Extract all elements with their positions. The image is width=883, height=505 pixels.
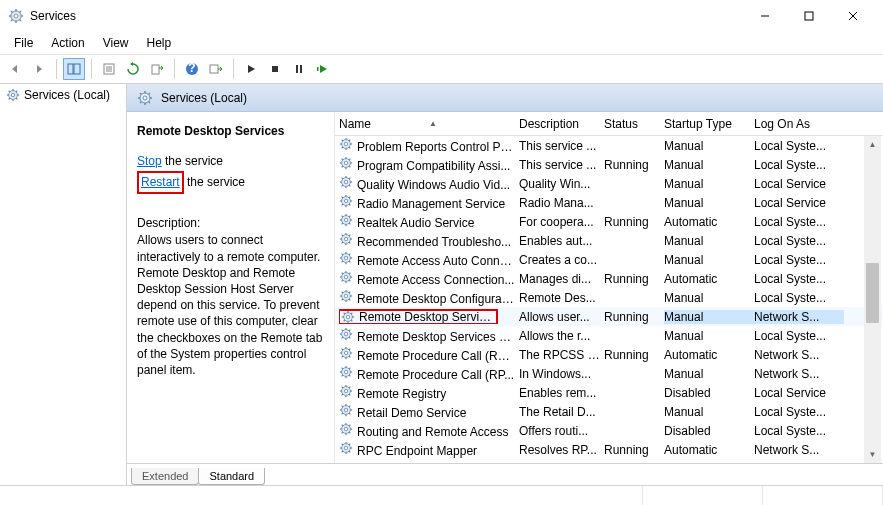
service-row[interactable]: Remote Access Connection...Manages di...… <box>335 269 883 288</box>
service-row[interactable]: Quality Windows Audio Vid...Quality Win.… <box>335 174 883 193</box>
service-name: Radio Management Service <box>357 197 515 211</box>
service-row[interactable]: Problem Reports Control Pa...This servic… <box>335 136 883 155</box>
scroll-down-button[interactable]: ▼ <box>864 446 881 463</box>
service-name: Remote Desktop Configurat... <box>357 292 515 306</box>
service-row[interactable]: Remote RegistryEnables rem...DisabledLoc… <box>335 383 883 402</box>
service-row[interactable]: RPC Endpoint MapperResolves RP...Running… <box>335 440 883 459</box>
pause-service-button[interactable] <box>288 58 310 80</box>
gear-icon <box>339 156 353 170</box>
toolbar: ? <box>0 54 883 84</box>
service-startup: Manual <box>664 158 754 172</box>
service-startup: Manual <box>664 253 754 267</box>
column-name[interactable]: Name ▲ <box>339 117 519 131</box>
stop-service-button[interactable] <box>264 58 286 80</box>
column-description[interactable]: Description <box>519 117 604 131</box>
service-logon: Local Syste... <box>754 234 844 248</box>
service-name: Retail Demo Service <box>357 406 515 420</box>
column-startup[interactable]: Startup Type <box>664 117 754 131</box>
service-startup: Manual <box>664 139 754 153</box>
service-logon: Local Syste... <box>754 272 844 286</box>
scroll-track[interactable] <box>864 153 881 446</box>
service-row[interactable]: Recommended Troublesho...Enables aut...M… <box>335 231 883 250</box>
gear-icon <box>341 310 355 324</box>
service-row[interactable]: Remote Procedure Call (RPC)The RPCSS s..… <box>335 345 883 364</box>
tab-standard[interactable]: Standard <box>198 468 265 485</box>
menu-action[interactable]: Action <box>43 34 92 52</box>
service-startup: Manual <box>664 329 754 343</box>
restart-service-button[interactable] <box>312 58 334 80</box>
show-hide-tree-button[interactable] <box>63 58 85 80</box>
service-row[interactable]: Remote Desktop Configurat...Remote Des..… <box>335 288 883 307</box>
menu-view[interactable]: View <box>95 34 137 52</box>
service-logon: Local Service <box>754 177 844 191</box>
service-startup: Manual <box>664 234 754 248</box>
svg-text:?: ? <box>188 62 195 75</box>
svg-rect-14 <box>68 64 73 74</box>
help-button[interactable]: ? <box>181 58 203 80</box>
detail-pane: Remote Desktop Services Stop the service… <box>127 112 335 463</box>
service-logon: Network S... <box>754 367 844 381</box>
service-logon: Local Syste... <box>754 158 844 172</box>
service-startup: Manual <box>664 177 754 191</box>
service-logon: Local Service <box>754 386 844 400</box>
separator <box>174 59 175 79</box>
column-logon[interactable]: Log On As <box>754 117 844 131</box>
service-row[interactable]: Program Compatibility Assi...This servic… <box>335 155 883 174</box>
action-button[interactable] <box>205 58 227 80</box>
service-row[interactable]: Retail Demo ServiceThe Retail D...Manual… <box>335 402 883 421</box>
service-name: Problem Reports Control Pa... <box>357 140 515 154</box>
service-logon: Network S... <box>754 443 844 457</box>
service-row[interactable]: Realtek Audio ServiceFor coopera...Runni… <box>335 212 883 231</box>
description-text: Allows users to connect interactively to… <box>137 232 324 378</box>
service-row[interactable]: Remote Access Auto Conne...Creates a co.… <box>335 250 883 269</box>
gear-icon <box>339 289 353 303</box>
maximize-button[interactable] <box>787 2 831 30</box>
scroll-up-button[interactable]: ▲ <box>864 136 881 153</box>
service-row[interactable]: Remote Procedure Call (RP...In Windows..… <box>335 364 883 383</box>
column-status[interactable]: Status <box>604 117 664 131</box>
tree-node-services-local[interactable]: Services (Local) <box>2 86 124 104</box>
service-logon: Local Syste... <box>754 253 844 267</box>
export-button[interactable] <box>146 58 168 80</box>
gear-icon <box>339 213 353 227</box>
gear-icon <box>339 422 353 436</box>
svg-rect-27 <box>317 67 319 71</box>
service-description: The RPCSS s... <box>519 348 604 362</box>
forward-button[interactable] <box>28 58 50 80</box>
service-startup: Manual <box>664 405 754 419</box>
vertical-scrollbar[interactable]: ▲ ▼ <box>864 136 881 463</box>
service-description: Offers routi... <box>519 424 604 438</box>
service-status: Running <box>604 310 664 324</box>
service-name: Remote Desktop Services U... <box>357 330 515 344</box>
service-startup: Manual <box>664 291 754 305</box>
tree-pane: Services (Local) <box>0 84 127 485</box>
scroll-thumb[interactable] <box>866 263 879 323</box>
close-button[interactable] <box>831 2 875 30</box>
start-service-button[interactable] <box>240 58 262 80</box>
service-logon: Local Syste... <box>754 329 844 343</box>
service-status: Running <box>604 348 664 362</box>
service-row[interactable]: Radio Management ServiceRadio Mana...Man… <box>335 193 883 212</box>
description-header: Description: <box>137 216 324 230</box>
service-startup: Manual <box>664 196 754 210</box>
refresh-button[interactable] <box>122 58 144 80</box>
service-row[interactable]: Remote Desktop Services U...Allows the r… <box>335 326 883 345</box>
properties-button[interactable] <box>98 58 120 80</box>
service-row[interactable]: Remote Desktop ServicesAllows user...Run… <box>335 307 883 326</box>
service-logon: Local Syste... <box>754 405 844 419</box>
svg-rect-24 <box>272 66 278 72</box>
menu-help[interactable]: Help <box>139 34 180 52</box>
service-description: This service ... <box>519 158 604 172</box>
stop-service-link[interactable]: Stop <box>137 154 162 168</box>
gear-icon <box>339 232 353 246</box>
tab-extended[interactable]: Extended <box>131 468 199 485</box>
service-logon: Local Syste... <box>754 139 844 153</box>
minimize-button[interactable] <box>743 2 787 30</box>
service-row[interactable]: Routing and Remote AccessOffers routi...… <box>335 421 883 440</box>
gear-icon <box>339 365 353 379</box>
menu-file[interactable]: File <box>6 34 41 52</box>
service-description: Enables rem... <box>519 386 604 400</box>
back-button[interactable] <box>4 58 26 80</box>
restart-service-link[interactable]: Restart <box>141 175 180 189</box>
service-description: Enables aut... <box>519 234 604 248</box>
